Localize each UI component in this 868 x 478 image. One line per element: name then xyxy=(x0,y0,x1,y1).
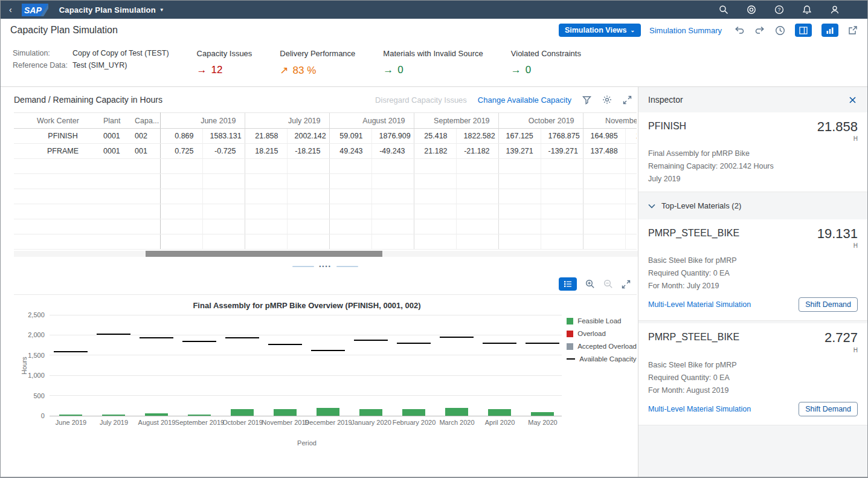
legend-item[interactable]: Available Capacity xyxy=(567,355,637,363)
kpi-item[interactable]: Materials with Invalid Source→0 xyxy=(383,49,483,77)
row-selector[interactable] xyxy=(14,204,30,219)
user-icon[interactable] xyxy=(830,5,840,15)
row-selector[interactable] xyxy=(14,234,30,250)
chart-legend-toggle-button[interactable] xyxy=(559,277,577,291)
legend-item[interactable]: Overload xyxy=(567,330,637,337)
available-capacity-line[interactable] xyxy=(483,343,516,344)
y-tick-label: 2,500 xyxy=(28,311,45,318)
available-capacity-line[interactable] xyxy=(140,337,173,338)
zoom-in-icon[interactable] xyxy=(585,279,595,289)
table-row[interactable] xyxy=(14,174,637,189)
bar-feasible-load[interactable] xyxy=(531,412,554,416)
chart-expand-icon[interactable] xyxy=(622,280,631,289)
kpi-value: →12 xyxy=(197,64,252,76)
bar-feasible-load[interactable] xyxy=(274,409,297,416)
available-capacity-line[interactable] xyxy=(311,350,345,351)
available-capacity-line[interactable] xyxy=(440,337,474,338)
simulation-views-button[interactable]: Simulation Views ⌄ xyxy=(559,24,641,37)
table-row[interactable] xyxy=(14,159,637,174)
notifications-icon[interactable] xyxy=(802,5,812,15)
history-icon[interactable] xyxy=(775,25,785,36)
bar-feasible-load[interactable] xyxy=(231,409,254,416)
expand-icon[interactable] xyxy=(623,95,632,105)
available-capacity-line[interactable] xyxy=(225,337,259,338)
row-selector[interactable] xyxy=(14,219,30,234)
change-available-capacity-link[interactable]: Change Available Capacity xyxy=(478,95,571,105)
bar-feasible-load[interactable] xyxy=(359,409,382,416)
close-icon[interactable] xyxy=(849,96,857,104)
bar-feasible-load[interactable] xyxy=(317,408,339,416)
open-in-new-icon[interactable] xyxy=(848,25,858,35)
row-selector[interactable] xyxy=(14,189,30,204)
month-column-header[interactable]: October 2019 xyxy=(498,113,583,129)
help-icon[interactable]: ? xyxy=(774,5,784,15)
shift-demand-button[interactable]: Shift Demand xyxy=(799,297,858,312)
available-capacity-line[interactable] xyxy=(54,351,88,352)
material-card[interactable]: PMRP_STEEL_BIKE19.131HBasic Steel Bike f… xyxy=(638,219,867,321)
available-capacity-line[interactable] xyxy=(397,343,431,344)
legend-item[interactable]: Feasible Load xyxy=(567,317,637,325)
capacity-table-wrapper: Work CenterPlantCapa...June 2019July 201… xyxy=(14,112,637,250)
month-column-header[interactable]: September 2019 xyxy=(414,113,498,129)
bar-feasible-load[interactable] xyxy=(188,415,211,416)
bar-feasible-load[interactable] xyxy=(102,415,125,416)
bar-feasible-load[interactable] xyxy=(445,408,468,416)
column-header[interactable]: Capa... xyxy=(127,113,160,129)
scrollbar-thumb[interactable] xyxy=(146,251,382,257)
table-row[interactable] xyxy=(14,219,637,234)
available-capacity-line[interactable] xyxy=(526,343,559,344)
available-capacity-line[interactable] xyxy=(97,334,130,335)
cell-value: 0.725 xyxy=(160,144,202,159)
month-column-header[interactable]: November 2019 xyxy=(583,113,637,129)
x-tick-label: November 2019 xyxy=(262,419,309,426)
month-column-header[interactable]: August 2019 xyxy=(329,113,414,129)
redo-icon[interactable] xyxy=(754,25,765,35)
column-header[interactable]: Plant xyxy=(96,113,127,129)
kpi-item[interactable]: Capacity Issues→12 xyxy=(197,49,252,77)
copilot-icon[interactable] xyxy=(747,5,756,15)
table-row[interactable] xyxy=(14,204,637,219)
bar-feasible-load[interactable] xyxy=(59,415,82,416)
row-selector[interactable] xyxy=(14,129,30,144)
pane-splitter[interactable]: •••• xyxy=(14,257,637,276)
available-capacity-line[interactable] xyxy=(182,341,216,342)
simulation-summary-link[interactable]: Simulation Summary xyxy=(649,26,722,35)
bar-feasible-load[interactable] xyxy=(488,409,511,416)
empty-cell xyxy=(625,189,637,204)
settings-icon[interactable] xyxy=(602,95,612,105)
material-card[interactable]: PMRP_STEEL_BIKE2.727HBasic Steel Bike fo… xyxy=(638,323,867,425)
table-row[interactable] xyxy=(14,189,637,204)
bar-feasible-load[interactable] xyxy=(145,413,168,416)
month-column-header[interactable]: June 2019 xyxy=(160,113,245,129)
top-level-materials-section[interactable]: Top-Level Materials (2) xyxy=(638,195,867,217)
bar-feasible-load[interactable] xyxy=(402,409,425,416)
search-icon[interactable] xyxy=(719,5,728,15)
kpi-item[interactable]: Violated Constraints→0 xyxy=(511,49,581,77)
toggle-chart-button[interactable] xyxy=(821,24,838,37)
workcenter-card[interactable]: PFINISH 21.858 H Final Assembly for pMRP… xyxy=(638,112,867,192)
back-icon[interactable]: ‹ xyxy=(9,5,12,14)
legend-item[interactable]: Accepted Overload xyxy=(567,343,637,350)
month-column-header[interactable]: July 2019 xyxy=(245,113,329,129)
table-row[interactable] xyxy=(14,234,637,250)
table-row[interactable]: PFRAME00010010.725-0.72518.215-18.21549.… xyxy=(14,144,637,159)
multi-level-simulation-link[interactable]: Multi-Level Material Simulation xyxy=(648,300,751,309)
table-row[interactable]: PFINISH00010020.8691583.13121.8582002.14… xyxy=(14,129,637,144)
row-selector[interactable] xyxy=(14,159,30,174)
available-capacity-line[interactable] xyxy=(354,340,388,341)
shift-demand-button[interactable]: Shift Demand xyxy=(799,402,858,416)
app-title-menu[interactable]: Capacity Plan Simulation ▼ xyxy=(59,5,164,15)
splitter-handle[interactable]: •••• xyxy=(292,264,358,270)
multi-level-simulation-link[interactable]: Multi-Level Material Simulation xyxy=(648,405,751,413)
filter-icon[interactable] xyxy=(582,95,591,105)
row-selector[interactable] xyxy=(14,144,30,159)
kpi-item[interactable]: Delivery Performance↗83 % xyxy=(280,49,355,77)
toggle-inspector-button[interactable] xyxy=(795,24,812,37)
period-line: July 2019 xyxy=(648,175,858,183)
row-selector[interactable] xyxy=(14,174,30,189)
column-header[interactable]: Work Center xyxy=(30,113,96,129)
kpi-label: Materials with Invalid Source xyxy=(383,49,483,58)
available-capacity-line[interactable] xyxy=(268,344,302,345)
horizontal-scrollbar[interactable] xyxy=(14,251,638,257)
undo-icon[interactable] xyxy=(734,25,745,35)
